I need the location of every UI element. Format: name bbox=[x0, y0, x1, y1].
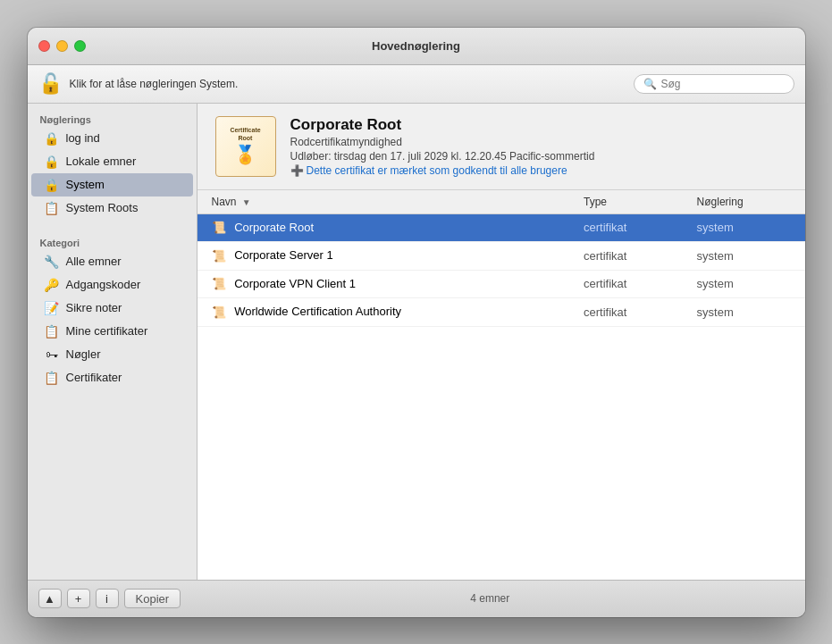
category-section-title: Kategori bbox=[28, 234, 197, 250]
sidebar-item-alle-label: Alle emner bbox=[66, 255, 122, 268]
maximize-button[interactable] bbox=[74, 40, 86, 52]
key-icon-noegler: 🗝 bbox=[44, 347, 60, 363]
add-icon: + bbox=[75, 592, 82, 606]
add-button[interactable]: + bbox=[67, 589, 90, 608]
table-cell-name: 📜 Corporate Server 1 bbox=[197, 242, 573, 271]
cert-header: Certificate Root 🏅 Corporate Root Rodcer… bbox=[197, 104, 805, 190]
sidebar-item-certifikater[interactable]: 📋 Certifikater bbox=[31, 366, 193, 389]
sidebar-item-system[interactable]: 🔒 System bbox=[31, 173, 193, 197]
sidebar-item-certifikater-label: Certifikater bbox=[66, 371, 122, 384]
table-cell-type: certifikat bbox=[573, 298, 686, 327]
lock-icon: 🔓 bbox=[38, 72, 63, 96]
sidebar-item-mine-certifikater[interactable]: 📋 Mine certifikater bbox=[31, 320, 193, 343]
sidebar-toggle-button[interactable]: ▲ bbox=[38, 589, 62, 608]
main-window: Hovednøglering 🔓 Klik for at låse nøgler… bbox=[28, 28, 805, 617]
cert-thumb-text-line2: Root bbox=[239, 135, 253, 142]
table-row[interactable]: 📜 Corporate VPN Client 1 certifikat syst… bbox=[197, 270, 805, 298]
sidebar-item-lokale-emner[interactable]: 🔒 Lokale emner bbox=[31, 150, 193, 173]
cert-icon-certifikater: 📋 bbox=[44, 370, 60, 386]
lock-icon-lokale: 🔒 bbox=[44, 154, 60, 170]
col-header-type[interactable]: Type bbox=[573, 190, 686, 214]
info-button[interactable]: i bbox=[96, 589, 119, 608]
cert-info: Corporate Root Rodcertifikatmyndighed Ud… bbox=[290, 116, 595, 177]
copy-button[interactable]: Kopier bbox=[124, 589, 181, 608]
table-cell-type: certifikat bbox=[573, 270, 686, 298]
sidebar-item-noegler-label: Nøgler bbox=[66, 347, 101, 361]
close-button[interactable] bbox=[38, 40, 50, 52]
cert-row-icon: 📜 bbox=[212, 221, 226, 235]
sidebar-item-sikre-noter-label: Sikre noter bbox=[66, 301, 122, 314]
table-row[interactable]: 📜 Worldwide Certification Authority cert… bbox=[197, 298, 805, 327]
cert-thumb-seal-icon: 🏅 bbox=[234, 144, 256, 165]
lock-text: Klik for at låse nøgleringen System. bbox=[70, 78, 239, 90]
table-cell-keychain: system bbox=[686, 213, 805, 242]
sidebar-item-adgangskoder-label: Adgangskoder bbox=[66, 278, 141, 291]
content-area: Certificate Root 🏅 Corporate Root Rodcer… bbox=[197, 104, 805, 580]
sort-arrow-icon: ▼ bbox=[242, 197, 251, 207]
table-row[interactable]: 📜 Corporate Server 1 certifikat system bbox=[197, 242, 805, 271]
sidebar-item-log-ind[interactable]: 🔒 log ind bbox=[31, 127, 193, 150]
table-cell-keychain: system bbox=[686, 270, 805, 298]
lock-icon-system: 🔒 bbox=[44, 177, 60, 193]
cert-trusted-label: ➕ Dette certifikat er mærket som godkend… bbox=[290, 164, 595, 177]
col-header-noeglering[interactable]: Nøglering bbox=[686, 190, 805, 214]
cert-row-icon: 📜 bbox=[212, 305, 226, 320]
cert-name: Corporate Root bbox=[290, 116, 595, 134]
sidebar-item-system-roots[interactable]: 📋 System Roots bbox=[31, 197, 193, 220]
sidebar: Nøglerings 🔒 log ind 🔒 Lokale emner 🔒 Sy… bbox=[28, 104, 197, 580]
cert-table: Navn ▼ Type Nøglering bbox=[197, 190, 805, 327]
keyrings-section-title: Nøglerings bbox=[28, 111, 197, 127]
table-cell-type: certifikat bbox=[573, 213, 686, 242]
traffic-lights bbox=[38, 40, 86, 52]
table-header-row: Navn ▼ Type Nøglering bbox=[197, 190, 805, 214]
table-cell-keychain: system bbox=[686, 242, 805, 271]
main-area: Nøglerings 🔒 log ind 🔒 Lokale emner 🔒 Sy… bbox=[28, 104, 805, 580]
table-row[interactable]: 📜 Corporate Root certifikat system bbox=[197, 213, 805, 242]
table-cell-type: certifikat bbox=[573, 242, 686, 271]
sidebar-item-alle-emner[interactable]: 🔧 Alle emner bbox=[31, 250, 193, 273]
table-cell-name: 📜 Corporate VPN Client 1 bbox=[197, 270, 573, 298]
note-icon: 📝 bbox=[44, 300, 60, 316]
status-text: 4 emner bbox=[186, 592, 794, 605]
table-container: Navn ▼ Type Nøglering bbox=[197, 190, 805, 580]
search-icon: 🔍 bbox=[643, 78, 657, 90]
table-cell-name: 📜 Corporate Root bbox=[197, 213, 573, 242]
table-cell-keychain: system bbox=[686, 298, 805, 327]
lock-area[interactable]: 🔓 Klik for at låse nøgleringen System. bbox=[38, 72, 239, 96]
sidebar-item-system-roots-label: System Roots bbox=[66, 201, 139, 214]
wrench-icon: 🔧 bbox=[44, 254, 60, 270]
sidebar-item-adgangskoder[interactable]: 🔑 Adgangskoder bbox=[31, 273, 193, 297]
sidebar-item-log-ind-label: log ind bbox=[66, 131, 100, 145]
grid-icon-system-roots: 📋 bbox=[44, 200, 60, 216]
plus-icon: ➕ bbox=[290, 164, 304, 177]
lock-icon-log-ind: 🔒 bbox=[44, 130, 60, 146]
search-input[interactable] bbox=[661, 78, 785, 90]
cert-row-icon: 📜 bbox=[212, 249, 226, 263]
col-header-navn[interactable]: Navn ▼ bbox=[197, 190, 573, 214]
window-title: Hovednøglering bbox=[372, 39, 460, 53]
toolbar: 🔓 Klik for at låse nøgleringen System. 🔍 bbox=[28, 65, 805, 104]
sidebar-item-mine-cert-label: Mine certifikater bbox=[66, 324, 148, 338]
cert-type-label: Rodcertifikatmyndighed bbox=[290, 136, 595, 148]
cert-icon-mine: 📋 bbox=[44, 323, 60, 339]
search-box[interactable]: 🔍 bbox=[634, 74, 794, 94]
info-icon: i bbox=[105, 592, 108, 606]
sidebar-item-lokale-label: Lokale emner bbox=[66, 155, 137, 168]
cert-thumbnail: Certificate Root 🏅 bbox=[215, 116, 276, 177]
bottombar: ▲ + i Kopier 4 emner bbox=[28, 580, 805, 617]
titlebar: Hovednøglering bbox=[28, 28, 805, 65]
table-cell-name: 📜 Worldwide Certification Authority bbox=[197, 298, 573, 327]
key-icon-adgangskoder: 🔑 bbox=[44, 277, 60, 293]
sidebar-item-noegler[interactable]: 🗝 Nøgler bbox=[31, 343, 193, 366]
sidebar-item-sikre-noter[interactable]: 📝 Sikre noter bbox=[31, 297, 193, 320]
cert-expires-label: Udløber: tirsdag den 17. juli 2029 kl. 1… bbox=[290, 150, 595, 163]
minimize-button[interactable] bbox=[56, 40, 68, 52]
sidebar-item-system-label: System bbox=[66, 178, 105, 191]
cert-thumb-text-line1: Certificate bbox=[230, 127, 260, 134]
cert-row-icon: 📜 bbox=[212, 277, 226, 291]
